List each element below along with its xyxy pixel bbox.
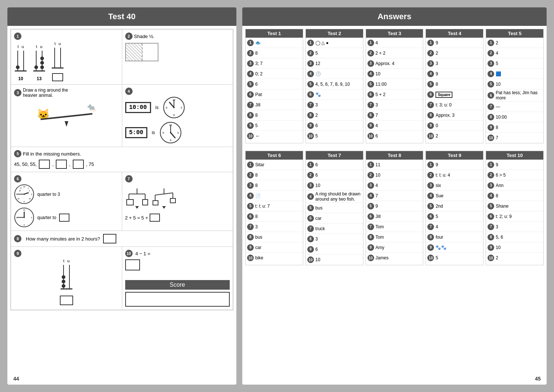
row-number: 10 [427,255,434,261]
row-number: 6 [488,213,494,220]
row-number: 2 [247,172,254,178]
row-value: 🐾 [315,92,362,97]
row-number: 8 [488,234,494,241]
svg-point-75 [62,275,65,279]
row-value: Tom [376,235,422,240]
row-number: 9 [307,122,314,129]
svg-point-55 [24,217,25,218]
row-value: 2 [496,255,542,260]
digital-clock-2: 5:00 [125,127,147,138]
test-row: 16 [306,160,363,170]
answer-box-1[interactable] [39,160,50,169]
row-number: 7 [367,224,374,230]
row-value: Tom [376,224,422,229]
test-header: Test 8 [366,151,423,160]
row-number: 6 [427,213,434,220]
test-row: 310 [306,180,363,191]
row-value: 9 [435,162,482,167]
row-number: 4 [367,71,374,77]
svg-point-7 [34,65,38,69]
svg-text:10: 10 [19,190,21,192]
test-row: 9car [246,242,303,253]
row-value: 2nd [435,204,482,209]
row-value: 5 [255,123,301,128]
row-number: 1 [247,40,254,46]
row-number: 8 [247,234,254,241]
row-value: 6 [315,123,362,128]
missing-numbers: 45, 50, 55, , , , 75 [14,160,230,169]
row-number: 5 [307,81,314,88]
test-row: 3Ann [486,180,543,191]
row-number: 6 [247,213,254,220]
svg-text:12: 12 [23,185,25,188]
q8-answer-box[interactable] [103,234,116,243]
test-row: 65 + 2 [366,89,423,100]
q10-number: 10 [125,250,133,257]
row-value: 4 [376,40,422,45]
row-value: 3 [315,236,362,242]
row-value: 5 [315,51,362,56]
svg-point-8 [40,65,44,69]
row-number: 4 [307,71,314,77]
row-value: 3; 7 [255,61,301,66]
row-value: ◯ △ ● [315,40,362,45]
answer-box-3[interactable] [73,160,84,169]
q7-answer-box[interactable] [150,214,160,222]
q6-answer-box[interactable] [59,214,69,222]
row-value: 🐾🐾 [435,245,482,250]
row-value: 8 [255,183,301,188]
row-number: 6 [367,91,374,98]
row-value: 2 [496,40,542,45]
q6-text1: quarter to 3 [37,192,60,197]
svg-text:12: 12 [23,209,25,211]
q5-end: , 75 [86,161,94,167]
row-number: 7 [427,102,434,108]
row-number: 9 [247,122,254,129]
svg-rect-67 [153,201,158,205]
q2-number: 2 [125,33,133,40]
test-row: 26 > 5 [486,170,543,180]
row-value: 5 + 2 [376,92,422,97]
row-value: 4, 5, 6, 7, 8, 9, 10 [315,82,362,87]
test-row: 73 [366,100,423,110]
test-header: Test 4 [426,29,483,38]
row-number: 7 [307,225,314,232]
row-value: A ring should be drawn around any two fi… [315,191,362,202]
row-value: Amy [376,245,422,250]
row-number: 1 [367,161,374,168]
row-value: 2 [435,51,482,56]
test-row: 96 [306,244,363,255]
row-value: 10 [315,183,362,188]
test-row: 83 [306,234,363,244]
test-row: 4🕐 [306,69,363,79]
row-number: 9 [307,246,314,253]
svg-text:3: 3 [177,132,179,134]
row-value: 10 [376,71,422,76]
test-row: 10James [366,253,423,263]
test-row: 1010 [306,255,363,265]
row-number: 1 [427,40,434,46]
row-value: t: l; u: 4 [435,173,482,178]
row-value: t: l; u: 7 [255,204,301,209]
row-number: 1 [307,40,314,46]
row-number: 7 [488,103,494,110]
row-value: 10:00 [496,115,542,120]
row-number: 2 [307,172,314,178]
row-value: 8 [496,125,542,130]
row-value: t: 2; u: 9 [496,214,542,219]
row-value: 8 [255,214,301,219]
row-value: 5 [315,133,362,139]
row-number: 4 [247,192,254,199]
row-number: 5 [367,81,374,88]
row-number: 7 [488,224,494,230]
row-number: 8 [307,236,314,242]
row-number: 2 [488,172,494,178]
test-row: 9Amy [366,242,423,253]
row-value: 3 [315,102,362,108]
row-number: 1 [247,161,254,168]
answer-box-2[interactable] [56,160,67,169]
row-value: 2 [315,113,362,118]
svg-point-9 [40,61,44,65]
row-number: 6 [247,91,254,98]
test-row: 22 [426,48,483,58]
